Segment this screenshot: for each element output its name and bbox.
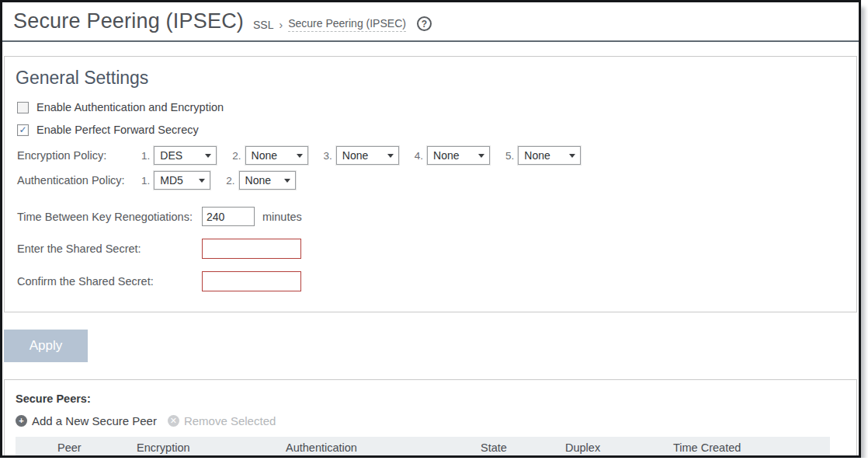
general-settings-panel: General Settings Enable Authentication a…	[4, 56, 857, 312]
authentication-policy-select-1[interactable]: MD5	[154, 171, 210, 190]
encryption-policy-row: Encryption Policy: 1. DES 2. None 3. Non…	[17, 146, 845, 165]
auth-encryption-row: Enable Authentication and Encryption	[17, 101, 845, 113]
breadcrumb-parent[interactable]: SSL	[253, 19, 273, 31]
renegotiation-row: Time Between Key Renegotiations: minutes	[17, 207, 845, 226]
secure-peers-panel: Secure Peers: + Add a New Secure Peer ✕ …	[4, 379, 857, 458]
column-header-authentication: Authentication	[286, 441, 481, 454]
shared-secret-label: Enter the Shared Secret:	[17, 242, 202, 255]
auth-select-1-value: MD5	[160, 174, 183, 187]
encryption-select-3-value: None	[342, 149, 368, 162]
authentication-policy-label: Authentication Policy:	[17, 174, 141, 187]
add-secure-peer-label: Add a New Secure Peer	[32, 414, 157, 427]
enable-auth-encryption-checkbox[interactable]	[17, 102, 29, 113]
chevron-down-icon	[387, 154, 394, 158]
encryption-policy-select-3[interactable]: None	[336, 146, 399, 165]
encryption-select-2-value: None	[252, 149, 277, 162]
column-header-encryption: Encryption	[137, 441, 286, 454]
pfs-row: Enable Perfect Forward Secrecy	[17, 124, 845, 136]
auth-select-1-number: 1.	[141, 175, 150, 187]
encryption-select-4-value: None	[433, 149, 459, 162]
column-header-peer: Peer	[57, 441, 137, 454]
page-header: Secure Peering (IPSEC) SSL › Secure Peer…	[2, 2, 859, 42]
peers-table-header: Peer Encryption Authentication State Dup…	[16, 437, 830, 458]
page-frame: Secure Peering (IPSEC) SSL › Secure Peer…	[0, 0, 861, 458]
confirm-secret-row: Confirm the Shared Secret:	[17, 271, 845, 291]
general-settings-heading: General Settings	[16, 68, 845, 89]
authentication-policy-row: Authentication Policy: 1. MD5 2. None	[17, 171, 845, 190]
chevron-down-icon	[199, 179, 205, 183]
authentication-policy-select-2[interactable]: None	[239, 171, 296, 190]
chevron-down-icon	[284, 179, 290, 183]
confirm-secret-label: Confirm the Shared Secret:	[17, 275, 202, 288]
add-icon: +	[16, 415, 27, 427]
column-header-duplex: Duplex	[565, 441, 673, 454]
encryption-select-3-number: 3.	[324, 150, 332, 162]
breadcrumb: SSL › Secure Peering (IPSEC)	[253, 17, 406, 32]
renegotiation-label: Time Between Key Renegotiations:	[17, 211, 202, 223]
enable-pfs-label: Enable Perfect Forward Secrecy	[36, 124, 199, 136]
auth-select-2-number: 2.	[226, 175, 234, 187]
chevron-down-icon	[297, 154, 303, 158]
remove-icon: ✕	[168, 415, 179, 427]
column-header-state: State	[481, 441, 565, 454]
chevron-down-icon	[569, 154, 575, 158]
add-secure-peer-button[interactable]: + Add a New Secure Peer	[16, 414, 157, 427]
auth-select-2-value: None	[245, 174, 271, 187]
enable-pfs-checkbox[interactable]	[17, 124, 29, 136]
encryption-select-2-number: 2.	[232, 150, 241, 162]
apply-button[interactable]: Apply	[4, 330, 88, 362]
renegotiation-unit: minutes	[262, 211, 302, 223]
shared-secret-row: Enter the Shared Secret:	[17, 239, 845, 259]
encryption-select-1-value: DES	[160, 149, 182, 162]
encryption-policy-select-1[interactable]: DES	[154, 146, 217, 165]
secure-peers-toolbar: + Add a New Secure Peer ✕ Remove Selecte…	[16, 414, 845, 427]
chevron-down-icon	[205, 154, 211, 158]
help-icon[interactable]: ?	[417, 16, 432, 31]
secure-peers-heading: Secure Peers:	[16, 392, 845, 405]
encryption-select-1-number: 1.	[141, 150, 150, 162]
enable-auth-encryption-label: Enable Authentication and Encryption	[36, 101, 224, 113]
encryption-policy-select-2[interactable]: None	[245, 146, 308, 165]
remove-selected-button[interactable]: ✕ Remove Selected	[168, 414, 276, 427]
encryption-policy-label: Encryption Policy:	[17, 149, 141, 162]
chevron-down-icon	[478, 154, 484, 158]
encryption-select-5-number: 5.	[505, 150, 514, 162]
encryption-policy-select-5[interactable]: None	[518, 146, 581, 165]
encryption-select-4-number: 4.	[415, 150, 423, 162]
remove-selected-label: Remove Selected	[184, 414, 276, 427]
encryption-policy-select-4[interactable]: None	[427, 146, 490, 165]
breadcrumb-separator: ›	[279, 19, 283, 31]
shared-secret-input[interactable]	[202, 239, 301, 259]
column-header-time-created: Time Created	[673, 441, 830, 454]
breadcrumb-current[interactable]: Secure Peering (IPSEC)	[288, 17, 406, 32]
page-title: Secure Peering (IPSEC)	[13, 9, 244, 33]
encryption-select-5-value: None	[524, 149, 550, 162]
confirm-secret-input[interactable]	[202, 271, 301, 291]
renegotiation-input[interactable]	[202, 207, 255, 226]
